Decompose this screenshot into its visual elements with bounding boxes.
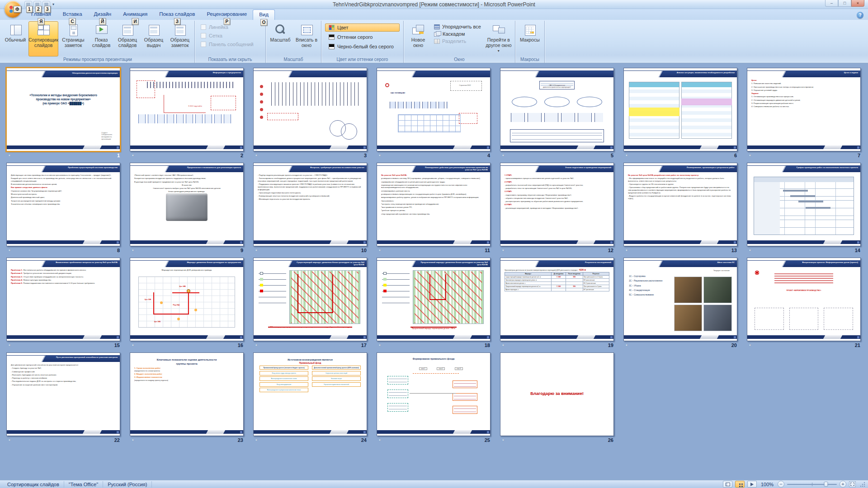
transition-icon[interactable]: ✶ [748,153,752,158]
zoom-button[interactable]: Масштаб [267,21,293,56]
slide-16-thumbnail[interactable]: Маршрут движения блока цилиндров по пред… [130,258,244,341]
transition-icon[interactable]: ✶ [378,248,382,253]
new-window-button[interactable]: Новое окно [405,21,431,56]
transition-icon[interactable]: ✶ [501,248,505,253]
notes-master-button[interactable]: Образец заметок [167,21,193,56]
slide-15-thumbnail[interactable]: Выявленные проблемные вопросы по участку… [6,258,120,341]
slide-8-thumbnail[interactable]: Проблемы существующей системы производст… [6,163,120,246]
transition-icon[interactable]: ✶ [8,248,11,253]
qat-dropdown-icon[interactable]: ▾ [52,2,54,6]
zoom-in-button[interactable]: + [840,481,846,488]
fit-to-window-button[interactable]: Вписать в окно [293,21,320,56]
transition-icon[interactable]: ✶ [131,153,135,158]
transition-icon[interactable]: ✶ [501,438,505,442]
zoom-level[interactable]: 100% [760,482,775,487]
slide-11-thumbnail[interactable]: Планируемые действия для реализации пило… [377,163,491,246]
slide-12-thumbnail[interactable]: Этапы подготовки и проведения мероприяти… [500,163,614,246]
slide-20-thumbnail[interactable]: Шаги системы 5СТекущее состояние1С – Сор… [623,258,737,341]
transition-icon[interactable]: ✶ [131,248,135,253]
transition-icon[interactable]: ✶ [378,438,382,442]
zoom-slider[interactable] [787,484,837,485]
black-white-button[interactable]: Черно-белый без серого [325,42,400,51]
transition-icon[interactable]: ✶ [131,438,135,442]
slide-5-thumbnail[interactable]: ОАО «Объединенная двигателестроительная … [500,68,614,151]
transition-icon[interactable]: ✶ [625,153,628,158]
transition-icon[interactable]: ✶ [378,153,382,158]
slide-14-thumbnail[interactable]: График проведения работ по выполнению пи… [747,163,861,246]
cascade-button[interactable]: Каскадом [434,31,481,37]
slide-6-thumbnail[interactable]: Анализ ситуации, выявленная необходимост… [623,68,737,151]
slide-24-thumbnail[interactable]: Источником вознаграждения являетсяПремиа… [253,352,367,436]
maximize-button[interactable]: □ [838,0,851,7]
grayscale-button[interactable]: Оттенки серого [325,33,400,41]
status-normal-view-button[interactable] [723,481,732,488]
minimize-button[interactable]: – [825,0,838,7]
slide-17-thumbnail[interactable]: Существующий маршрут движения блока цили… [253,258,367,341]
zoom-out-button[interactable]: − [778,481,784,488]
slide-text-line: - Последовательная подача ДСЕ на контрол… [11,380,116,383]
status-sorter-view-button[interactable] [735,481,745,488]
transition-icon[interactable]: ✶ [255,438,258,442]
transition-icon[interactable]: ✶ [255,153,258,158]
slide-sorter-button[interactable]: Сортировщик слайдов [28,21,58,56]
normal-view-button[interactable]: Обычный [2,21,28,56]
switch-window-button[interactable]: Перейти в другое окно ▾ [484,21,514,56]
slide-19-thumbnail[interactable]: Результаты исследованийХронометраж деяте… [500,258,614,341]
help-button[interactable]: ? [857,12,863,19]
transition-icon[interactable]: ✶ [748,343,752,347]
slide-3-thumbnail[interactable] [253,68,367,151]
transition-icon[interactable]: ✶ [748,248,752,253]
transition-icon[interactable]: ✶ [131,343,135,347]
status-language[interactable]: Русский (Россия) [103,481,152,488]
transition-icon[interactable]: ✶ [8,153,11,158]
footer-square [857,336,859,338]
fit-slide-to-window-button[interactable] [849,481,856,487]
ruler-checkbox[interactable]: Линейка [201,24,259,30]
slide-25-thumbnail[interactable]: Формирование премиального фондаэтап 1эта… [377,352,491,436]
notes-page-button[interactable]: Страницы заметок [58,21,88,56]
resize-grip[interactable] [859,481,865,487]
slide-show-button[interactable]: Показ слайдов [88,21,114,56]
transition-icon[interactable]: ✶ [501,153,505,158]
tab-design[interactable]: ДизайнЙ [88,9,118,20]
tab-slideshow[interactable]: Показ слайдовЗ [153,9,201,20]
tab-view[interactable]: ВидО [253,9,275,20]
slide-23-thumbnail[interactable]: Ключевые показатели оценки деятельностиг… [130,352,244,436]
slide-22-thumbnail[interactable]: Пути увеличения пропускной способности у… [6,352,120,436]
transition-icon[interactable]: ✶ [378,343,382,347]
transition-icon[interactable]: ✶ [625,248,628,253]
message-bar-checkbox[interactable]: Панель сообщений [201,42,259,47]
color-button[interactable]: Цвет [325,23,400,32]
footer-slash [330,145,349,149]
tab-animation[interactable]: АнимацияИ [117,9,153,20]
slide-13-thumbnail[interactable]: Планирование, организация и результаты р… [623,163,737,246]
slide-21-thumbnail[interactable]: Визуализация проекта: Информационная дос… [747,258,861,341]
gridlines-checkbox[interactable]: Сетка [201,33,259,38]
status-slideshow-button[interactable] [747,481,757,488]
zoom-slider-thumb[interactable] [824,482,828,487]
status-theme[interactable]: "Тема Office" [64,481,103,488]
slide-master-button[interactable]: Образец слайдов [114,21,141,56]
slide-2-thumbnail[interactable]: Информация о предприятииК 2012 году выйт… [130,68,244,151]
close-button[interactable]: × [851,0,864,7]
slide-26-thumbnail[interactable]: Благодарю за внимание! [500,352,614,436]
status-view-label[interactable]: Сортировщик слайдов [3,481,64,488]
transition-icon[interactable]: ✶ [625,343,628,347]
tab-insert[interactable]: ВставкаС [57,9,88,20]
slide-7-thumbnail[interactable]: Цели и задачиЦели:1. Повышение качества … [747,68,861,151]
slide-9-thumbnail[interactable]: Предпосылки и возможности для реализации… [130,163,244,246]
tab-review[interactable]: РецензированиеР [201,9,253,20]
transition-icon[interactable]: ✶ [255,248,258,253]
slide-10-thumbnail[interactable]: Вопросы, требующие решения на совместном… [253,163,367,246]
macros-button[interactable]: Макросы [517,21,543,56]
slide-label: Цех 36Б [154,321,160,323]
transition-icon[interactable]: ✶ [501,343,505,347]
slide-1-thumbnail[interactable]: Объединенная двигателестроительная корпо… [6,68,120,151]
transition-icon[interactable]: ✶ [8,343,11,347]
arrange-all-button[interactable]: Упорядочить все [434,24,481,29]
transition-icon[interactable]: ✶ [8,438,11,442]
handout-master-button[interactable]: Образец выдач [141,21,167,56]
transition-icon[interactable]: ✶ [255,343,258,347]
slide-18-thumbnail[interactable]: Предлагаемый маршрут движения блока цили… [377,258,491,341]
slide-4-thumbnail[interactable]: ОАО «КУЗНЕЦОВ»Стратегия 2012 [377,68,491,151]
